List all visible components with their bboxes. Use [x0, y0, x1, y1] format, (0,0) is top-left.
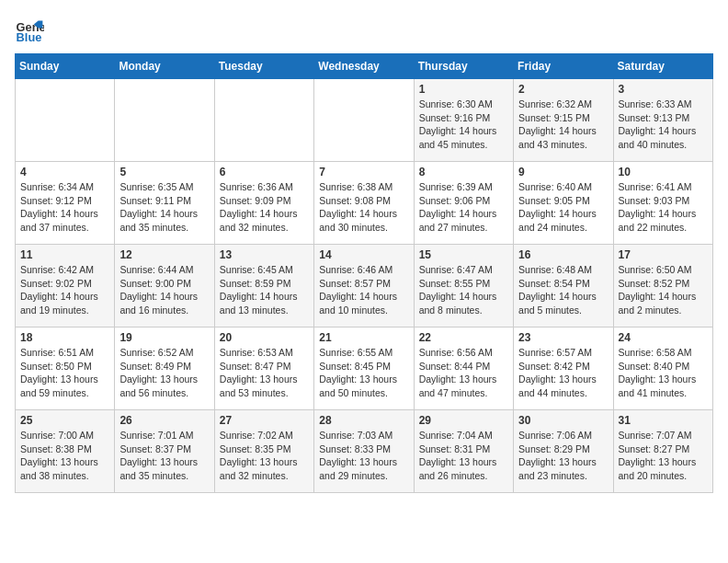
calendar-cell: 11Sunrise: 6:42 AM Sunset: 9:02 PM Dayli…: [16, 245, 115, 327]
calendar-cell: 10Sunrise: 6:41 AM Sunset: 9:03 PM Dayli…: [613, 162, 712, 245]
calendar-cell: 4Sunrise: 6:34 AM Sunset: 9:12 PM Daylig…: [16, 162, 115, 245]
cell-content: Sunrise: 6:40 AM Sunset: 9:05 PM Dayligh…: [518, 180, 608, 235]
cell-content: Sunrise: 6:52 AM Sunset: 8:49 PM Dayligh…: [119, 346, 209, 400]
day-number: 17: [619, 248, 708, 261]
cell-content: Sunrise: 6:56 AM Sunset: 8:44 PM Dayligh…: [419, 346, 508, 400]
cell-content: Sunrise: 6:32 AM Sunset: 9:15 PM Dayligh…: [518, 98, 608, 152]
day-number: 1: [419, 83, 508, 96]
day-number: 23: [518, 331, 608, 344]
column-header-thursday: Thursday: [414, 54, 513, 79]
calendar-cell: 29Sunrise: 7:04 AM Sunset: 8:31 PM Dayli…: [414, 410, 513, 493]
calendar-cell: 9Sunrise: 6:40 AM Sunset: 9:05 PM Daylig…: [514, 162, 613, 245]
calendar-cell: 14Sunrise: 6:46 AM Sunset: 8:57 PM Dayli…: [314, 245, 414, 327]
calendar-cell: [214, 79, 313, 162]
calendar-cell: 31Sunrise: 7:07 AM Sunset: 8:27 PM Dayli…: [613, 410, 712, 493]
column-header-sunday: Sunday: [16, 54, 115, 79]
cell-content: Sunrise: 7:02 AM Sunset: 8:35 PM Dayligh…: [220, 429, 309, 483]
cell-content: Sunrise: 6:57 AM Sunset: 8:42 PM Dayligh…: [518, 346, 608, 400]
calendar-cell: 28Sunrise: 7:03 AM Sunset: 8:33 PM Dayli…: [314, 410, 414, 493]
cell-content: Sunrise: 6:51 AM Sunset: 8:50 PM Dayligh…: [20, 346, 109, 400]
column-header-tuesday: Tuesday: [214, 54, 313, 79]
calendar-cell: 12Sunrise: 6:44 AM Sunset: 9:00 PM Dayli…: [115, 245, 214, 327]
calendar-cell: 22Sunrise: 6:56 AM Sunset: 8:44 PM Dayli…: [414, 327, 513, 410]
cell-content: Sunrise: 6:39 AM Sunset: 9:06 PM Dayligh…: [419, 180, 508, 235]
calendar-week-4: 18Sunrise: 6:51 AM Sunset: 8:50 PM Dayli…: [16, 327, 713, 410]
day-number: 19: [119, 331, 209, 344]
cell-content: Sunrise: 6:46 AM Sunset: 8:57 PM Dayligh…: [319, 263, 408, 317]
day-number: 3: [619, 83, 708, 96]
cell-content: Sunrise: 7:06 AM Sunset: 8:29 PM Dayligh…: [518, 429, 608, 483]
calendar-body: 1Sunrise: 6:30 AM Sunset: 9:16 PM Daylig…: [16, 79, 713, 493]
cell-content: Sunrise: 6:42 AM Sunset: 9:02 PM Dayligh…: [20, 263, 109, 317]
calendar-cell: 3Sunrise: 6:33 AM Sunset: 9:13 PM Daylig…: [613, 79, 712, 162]
cell-content: Sunrise: 6:47 AM Sunset: 8:55 PM Dayligh…: [419, 263, 508, 317]
calendar-cell: 8Sunrise: 6:39 AM Sunset: 9:06 PM Daylig…: [414, 162, 513, 245]
calendar-cell: 18Sunrise: 6:51 AM Sunset: 8:50 PM Dayli…: [16, 327, 115, 410]
day-number: 28: [319, 414, 408, 427]
day-number: 5: [119, 166, 209, 178]
cell-content: Sunrise: 6:41 AM Sunset: 9:03 PM Dayligh…: [619, 180, 708, 235]
day-number: 30: [518, 414, 608, 427]
day-number: 12: [119, 248, 209, 261]
calendar-cell: 27Sunrise: 7:02 AM Sunset: 8:35 PM Dayli…: [214, 410, 313, 493]
column-header-wednesday: Wednesday: [314, 54, 414, 79]
cell-content: Sunrise: 7:04 AM Sunset: 8:31 PM Dayligh…: [419, 429, 508, 483]
calendar-cell: 19Sunrise: 6:52 AM Sunset: 8:49 PM Dayli…: [115, 327, 214, 410]
day-number: 24: [619, 331, 708, 344]
column-header-friday: Friday: [514, 54, 613, 79]
cell-content: Sunrise: 6:30 AM Sunset: 9:16 PM Dayligh…: [419, 98, 508, 152]
calendar-cell: 26Sunrise: 7:01 AM Sunset: 8:37 PM Dayli…: [115, 410, 214, 493]
calendar-week-2: 4Sunrise: 6:34 AM Sunset: 9:12 PM Daylig…: [16, 162, 713, 245]
calendar-cell: 17Sunrise: 6:50 AM Sunset: 8:52 PM Dayli…: [613, 245, 712, 327]
logo-icon: General Blue: [15, 15, 44, 44]
calendar-cell: 21Sunrise: 6:55 AM Sunset: 8:45 PM Dayli…: [314, 327, 414, 410]
cell-content: Sunrise: 6:55 AM Sunset: 8:45 PM Dayligh…: [319, 346, 408, 400]
calendar-week-1: 1Sunrise: 6:30 AM Sunset: 9:16 PM Daylig…: [16, 79, 713, 162]
svg-text:Blue: Blue: [17, 30, 42, 44]
day-number: 4: [20, 166, 109, 178]
day-number: 22: [419, 331, 508, 344]
day-number: 27: [220, 414, 309, 427]
calendar-cell: [314, 79, 414, 162]
column-header-monday: Monday: [115, 54, 214, 79]
calendar-cell: 23Sunrise: 6:57 AM Sunset: 8:42 PM Dayli…: [514, 327, 613, 410]
calendar-cell: 2Sunrise: 6:32 AM Sunset: 9:15 PM Daylig…: [514, 79, 613, 162]
calendar-cell: 6Sunrise: 6:36 AM Sunset: 9:09 PM Daylig…: [214, 162, 313, 245]
day-number: 14: [319, 248, 408, 261]
calendar-cell: 24Sunrise: 6:58 AM Sunset: 8:40 PM Dayli…: [613, 327, 712, 410]
calendar-cell: 15Sunrise: 6:47 AM Sunset: 8:55 PM Dayli…: [414, 245, 513, 327]
column-header-saturday: Saturday: [613, 54, 712, 79]
day-number: 31: [619, 414, 708, 427]
day-number: 10: [619, 166, 708, 178]
day-number: 11: [20, 248, 109, 261]
cell-content: Sunrise: 6:48 AM Sunset: 8:54 PM Dayligh…: [518, 263, 608, 317]
cell-content: Sunrise: 6:58 AM Sunset: 8:40 PM Dayligh…: [619, 346, 708, 400]
cell-content: Sunrise: 6:33 AM Sunset: 9:13 PM Dayligh…: [619, 98, 708, 152]
calendar-header: SundayMondayTuesdayWednesdayThursdayFrid…: [16, 54, 713, 79]
day-number: 9: [518, 166, 608, 178]
cell-content: Sunrise: 6:36 AM Sunset: 9:09 PM Dayligh…: [220, 180, 309, 235]
day-number: 8: [419, 166, 508, 178]
day-number: 25: [20, 414, 109, 427]
logo: General Blue: [15, 15, 44, 44]
day-number: 29: [419, 414, 508, 427]
calendar-week-5: 25Sunrise: 7:00 AM Sunset: 8:38 PM Dayli…: [16, 410, 713, 493]
calendar-cell: 30Sunrise: 7:06 AM Sunset: 8:29 PM Dayli…: [514, 410, 613, 493]
day-number: 15: [419, 248, 508, 261]
day-number: 18: [20, 331, 109, 344]
calendar-cell: 1Sunrise: 6:30 AM Sunset: 9:16 PM Daylig…: [414, 79, 513, 162]
cell-content: Sunrise: 6:38 AM Sunset: 9:08 PM Dayligh…: [319, 180, 408, 235]
day-number: 21: [319, 331, 408, 344]
calendar-table: SundayMondayTuesdayWednesdayThursdayFrid…: [15, 53, 713, 493]
day-number: 2: [518, 83, 608, 96]
calendar-cell: 13Sunrise: 6:45 AM Sunset: 8:59 PM Dayli…: [214, 245, 313, 327]
cell-content: Sunrise: 6:35 AM Sunset: 9:11 PM Dayligh…: [119, 180, 209, 235]
calendar-cell: [16, 79, 115, 162]
cell-content: Sunrise: 7:01 AM Sunset: 8:37 PM Dayligh…: [119, 429, 209, 483]
cell-content: Sunrise: 6:53 AM Sunset: 8:47 PM Dayligh…: [220, 346, 309, 400]
cell-content: Sunrise: 7:07 AM Sunset: 8:27 PM Dayligh…: [619, 429, 708, 483]
calendar-cell: 25Sunrise: 7:00 AM Sunset: 8:38 PM Dayli…: [16, 410, 115, 493]
cell-content: Sunrise: 6:50 AM Sunset: 8:52 PM Dayligh…: [619, 263, 708, 317]
day-number: 16: [518, 248, 608, 261]
cell-content: Sunrise: 7:00 AM Sunset: 8:38 PM Dayligh…: [20, 429, 109, 483]
